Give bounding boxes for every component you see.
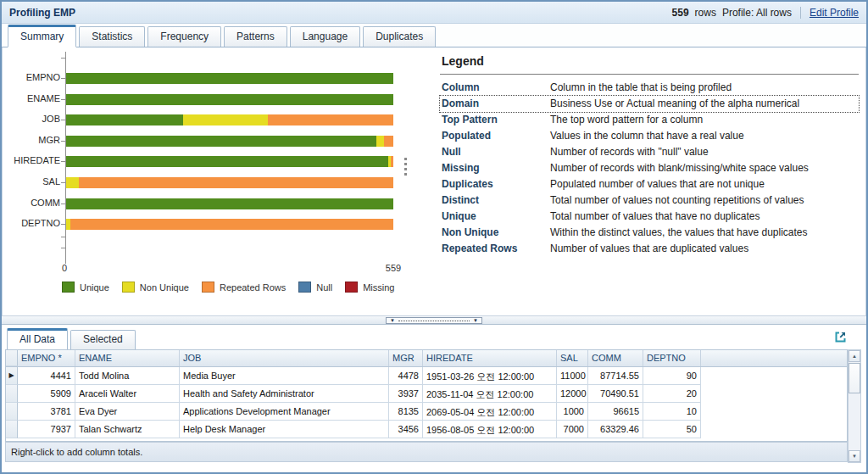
cell-empno[interactable]: 3781: [18, 403, 75, 421]
missing-swatch-icon: [345, 282, 358, 293]
cell-comm[interactable]: 96615: [588, 403, 643, 421]
scroll-up-icon[interactable]: ▲: [849, 350, 860, 362]
tab-language[interactable]: Language: [290, 26, 360, 47]
edit-profile-link[interactable]: Edit Profile: [810, 7, 859, 19]
tab-statistics[interactable]: Statistics: [79, 26, 145, 47]
column-header-deptno[interactable]: DEPTNO: [643, 350, 701, 366]
table-row[interactable]: 7937Talan SchwartzHelp Desk Manager34561…: [6, 421, 847, 438]
bar-segment-unique[interactable]: [66, 114, 183, 125]
column-header-mgr[interactable]: MGR: [389, 350, 423, 366]
chart-bar-comm[interactable]: [66, 198, 393, 209]
cell-sal[interactable]: 11000: [557, 367, 588, 385]
cell-sal[interactable]: 7000: [557, 421, 588, 438]
definition-row-repeated-rows: Repeated RowsNumber of values that are d…: [440, 241, 859, 257]
row-marker-cell[interactable]: [6, 403, 18, 421]
cell-sal[interactable]: 12000: [557, 385, 588, 403]
cell-hiredate[interactable]: 1956-08-05 오전 12:00:00: [423, 421, 557, 438]
cell-job[interactable]: Health and Safety Administrator: [180, 385, 389, 403]
bar-segment-repeated-rows[interactable]: [79, 177, 393, 188]
cell-empno[interactable]: 4441: [18, 367, 75, 385]
tab-patterns[interactable]: Patterns: [224, 26, 287, 47]
vertical-scrollbar[interactable]: ▲ ▼: [848, 349, 861, 463]
row-marker-cell[interactable]: ▶: [6, 367, 18, 385]
row-marker-cell[interactable]: [6, 385, 18, 403]
tab-frequency[interactable]: Frequency: [147, 26, 221, 47]
cell-sal[interactable]: 1000: [557, 403, 588, 421]
panel-splitter-drag-dots-icon[interactable]: [404, 158, 407, 176]
cell-deptno[interactable]: 10: [643, 403, 701, 421]
bar-segment-repeated-rows[interactable]: [70, 219, 393, 230]
row-filler: [701, 421, 847, 438]
column-header-sal[interactable]: SAL: [557, 350, 588, 366]
bar-segment-repeated-rows[interactable]: [384, 136, 393, 147]
bar-segment-non-unique[interactable]: [376, 136, 384, 147]
column-header-hiredate[interactable]: HIREDATE: [423, 350, 557, 366]
cell-comm[interactable]: 87714.55: [588, 367, 643, 385]
splitter-collapse-handle[interactable]: ▼ ▼: [386, 317, 482, 324]
chart-bar-deptno[interactable]: [66, 219, 393, 230]
open-in-new-window-icon[interactable]: [833, 330, 848, 344]
row-marker-cell[interactable]: [6, 421, 18, 438]
null-swatch-icon: [298, 282, 311, 293]
data-tab-selected[interactable]: Selected: [70, 330, 136, 349]
bar-segment-repeated-rows[interactable]: [268, 114, 393, 125]
bar-segment-repeated-rows[interactable]: [391, 156, 393, 167]
table-row[interactable]: ▶4441Todd MolinaMedia Buyer44781951-03-2…: [6, 367, 847, 385]
chart-bar-sal[interactable]: [66, 177, 393, 188]
cell-ename[interactable]: Talan Schwartz: [75, 421, 180, 438]
bar-segment-unique[interactable]: [66, 73, 393, 84]
cell-hiredate[interactable]: 1951-03-26 오전 12:00:00: [423, 367, 557, 385]
cell-mgr[interactable]: 4478: [389, 367, 423, 385]
horizontal-splitter[interactable]: ▼ ▼: [2, 315, 866, 325]
chart-bar-empno[interactable]: [66, 73, 393, 84]
bar-segment-unique[interactable]: [66, 198, 393, 209]
cell-ename[interactable]: Eva Dyer: [75, 403, 180, 421]
cell-empno[interactable]: 7937: [18, 421, 75, 438]
collapse-arrow-icon: ▼: [473, 318, 478, 323]
definition-description: Number of records with blank/missing/whi…: [550, 162, 809, 175]
cell-job[interactable]: Applications Development Manager: [180, 403, 389, 421]
scrollbar-thumb[interactable]: [849, 363, 860, 393]
bar-segment-non-unique[interactable]: [66, 177, 79, 188]
cell-hiredate[interactable]: 2035-11-04 오전 12:00:00: [423, 385, 557, 403]
cell-ename[interactable]: Todd Molina: [75, 367, 180, 385]
status-bar: Right-click to add column totals.: [5, 442, 848, 462]
cell-comm[interactable]: 63329.46: [588, 421, 643, 438]
column-header-job[interactable]: JOB: [180, 350, 389, 366]
cell-comm[interactable]: 70490.51: [588, 385, 643, 403]
data-tab-all-data[interactable]: All Data: [7, 328, 68, 350]
cell-job[interactable]: Help Desk Manager: [180, 421, 389, 438]
tab-summary[interactable]: Summary: [8, 25, 76, 47]
cell-mgr[interactable]: 3937: [389, 385, 423, 403]
table-row[interactable]: 5909Araceli WalterHealth and Safety Admi…: [6, 385, 847, 403]
table-row[interactable]: 3781Eva DyerApplications Development Man…: [6, 403, 847, 421]
cell-job[interactable]: Media Buyer: [180, 367, 389, 385]
tab-duplicates[interactable]: Duplicates: [363, 26, 436, 47]
scroll-down-icon[interactable]: ▼: [849, 450, 860, 462]
column-header-ename[interactable]: ENAME: [75, 350, 180, 366]
definition-term: Null: [442, 146, 550, 159]
data-tab-bar: All DataSelected: [7, 327, 138, 349]
chart-bar-hiredate[interactable]: [66, 156, 393, 167]
cell-hiredate[interactable]: 2069-05-04 오전 12:00:00: [423, 403, 557, 421]
bar-segment-unique[interactable]: [66, 136, 376, 147]
column-header-empno[interactable]: EMPNO *: [18, 350, 75, 366]
row-selector-header[interactable]: [6, 350, 18, 366]
cell-mgr[interactable]: 3456: [389, 421, 423, 438]
chart-bar-ename[interactable]: [66, 94, 393, 105]
cell-deptno[interactable]: 90: [643, 367, 701, 385]
definition-description: Total number of values not counting repe…: [550, 194, 804, 207]
bar-segment-non-unique[interactable]: [183, 114, 268, 125]
cell-deptno[interactable]: 50: [643, 421, 701, 438]
legend-item-repeated-rows: Repeated Rows: [202, 282, 286, 293]
cell-ename[interactable]: Araceli Walter: [75, 385, 180, 403]
column-header-comm[interactable]: COMM: [588, 350, 643, 366]
chart-category-label: HIREDATE: [3, 155, 60, 167]
cell-empno[interactable]: 5909: [18, 385, 75, 403]
bar-segment-unique[interactable]: [66, 94, 393, 105]
chart-bar-job[interactable]: [66, 114, 393, 125]
bar-segment-unique[interactable]: [66, 156, 388, 167]
cell-mgr[interactable]: 8135: [389, 403, 423, 421]
cell-deptno[interactable]: 20: [643, 385, 701, 403]
chart-bar-mgr[interactable]: [66, 136, 393, 147]
